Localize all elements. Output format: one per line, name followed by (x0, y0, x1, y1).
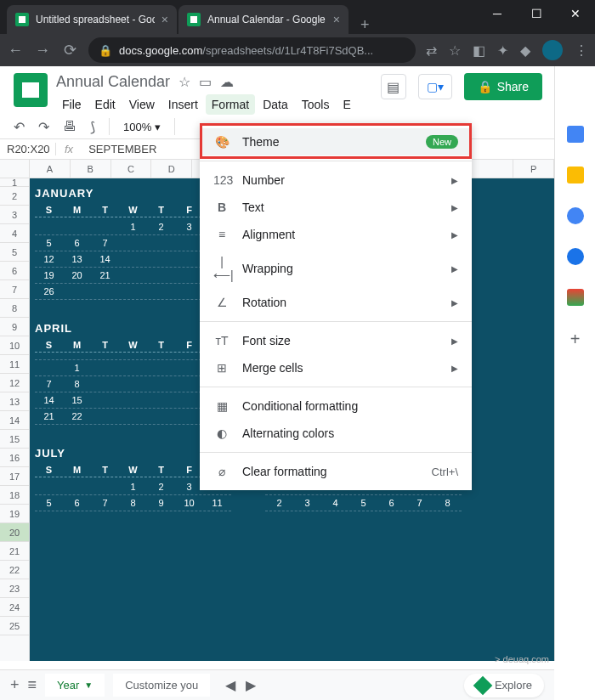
cloud-icon[interactable]: ☁ (220, 74, 234, 90)
print-icon[interactable]: 🖶 (63, 119, 76, 134)
column-header[interactable]: A (30, 160, 71, 178)
column-header[interactable]: D (151, 160, 192, 178)
menu-rotation[interactable]: ∠ Rotation ▶ (200, 289, 472, 316)
column-header[interactable]: C (111, 160, 152, 178)
menu-fontsize[interactable]: тT Font size ▶ (200, 327, 472, 354)
browser-tab-1[interactable]: Annual Calendar - Google S × (178, 5, 348, 34)
row-header[interactable]: 22 (0, 561, 29, 579)
prev-sheet-icon[interactable]: ◀ (225, 677, 235, 693)
sheet-tab-customize[interactable]: Customize you (113, 674, 210, 697)
ext1-icon[interactable]: ◧ (473, 42, 485, 59)
present-button[interactable]: ▢▾ (418, 74, 452, 99)
chevron-right-icon: ▶ (451, 176, 458, 185)
close-icon[interactable]: × (333, 13, 340, 26)
maps-addon-icon[interactable] (567, 289, 584, 306)
maximize-button[interactable]: ☐ (517, 0, 556, 27)
select-all-corner[interactable] (0, 160, 30, 178)
zoom-select[interactable]: 100% ▾ (123, 121, 161, 133)
close-icon[interactable]: × (162, 13, 168, 26)
menu-theme[interactable]: 🎨 Theme New (200, 128, 472, 155)
extensions-icon[interactable]: ✦ (497, 42, 508, 59)
menu-clear[interactable]: ⌀ Clear formatting Ctrl+\ (200, 458, 472, 485)
row-header[interactable]: 21 (0, 542, 29, 561)
comments-button[interactable]: ▤ (381, 74, 406, 99)
row-header[interactable]: 17 (0, 467, 29, 486)
sheet-tab-year[interactable]: Year ▼ (45, 674, 105, 697)
row-header[interactable]: 20 (0, 523, 29, 542)
move-icon[interactable]: ▭ (199, 74, 212, 90)
ext2-icon[interactable]: ◆ (520, 42, 530, 59)
share-button[interactable]: 🔒 Share (464, 73, 542, 100)
cell-reference[interactable]: R20:X20 (0, 143, 56, 155)
menu-edit[interactable]: Edit (89, 94, 122, 115)
url-input[interactable]: 🔒 docs.google.com/spreadsheets/d/1Lr4T8F… (88, 37, 416, 63)
menu-merge[interactable]: ⊞ Merge cells ▶ (200, 354, 472, 381)
column-header[interactable]: B (71, 160, 111, 178)
row-header[interactable]: 11 (0, 355, 29, 374)
profile-avatar[interactable] (542, 40, 563, 60)
menu-alignment[interactable]: ≡ Alignment ▶ (200, 221, 472, 248)
new-tab-button[interactable]: + (350, 16, 380, 34)
row-header[interactable]: 8 (0, 299, 29, 318)
row-header[interactable]: 23 (0, 579, 29, 598)
menu-alternating[interactable]: ◐ Alternating colors (200, 420, 472, 447)
row-header[interactable]: 10 (0, 336, 29, 355)
row-header[interactable]: 2 (0, 187, 29, 206)
reload-icon[interactable]: ⟳ (61, 41, 78, 59)
menu-wrapping[interactable]: |⟵| Wrapping ▶ (200, 248, 472, 289)
all-sheets-button[interactable]: ≡ (28, 676, 37, 694)
menu-view[interactable]: View (123, 94, 161, 115)
row-header[interactable]: 24 (0, 598, 29, 617)
add-addon-icon[interactable]: + (570, 330, 581, 349)
forward-icon[interactable]: → (34, 42, 51, 59)
row-header[interactable]: 9 (0, 318, 29, 336)
menu-conditional[interactable]: ▦ Conditional formatting (200, 392, 472, 420)
next-sheet-icon[interactable]: ▶ (246, 677, 256, 693)
menu-number[interactable]: 123 Number ▶ (200, 167, 472, 194)
separator (200, 321, 472, 322)
menu-tools[interactable]: Tools (296, 94, 336, 115)
translate-icon[interactable]: ⇄ (426, 42, 437, 59)
row-header[interactable]: 13 (0, 392, 29, 411)
tasks-addon-icon[interactable] (567, 207, 584, 224)
formula-value[interactable]: SEPTEMBER (82, 143, 163, 155)
row-header[interactable]: 4 (0, 224, 29, 243)
column-header[interactable]: P (513, 160, 554, 178)
row-header[interactable]: 14 (0, 411, 29, 430)
contacts-addon-icon[interactable] (567, 248, 584, 265)
menu-icon[interactable]: ⋮ (575, 42, 588, 59)
keep-addon-icon[interactable] (567, 167, 584, 183)
row-header[interactable]: 6 (0, 262, 29, 280)
calendar-addon-icon[interactable] (567, 126, 584, 143)
star-icon[interactable]: ☆ (178, 74, 190, 90)
menu-data[interactable]: Data (257, 94, 294, 115)
redo-icon[interactable]: ↷ (38, 119, 49, 135)
document-title[interactable]: Annual Calendar (56, 73, 170, 91)
undo-icon[interactable]: ↶ (14, 119, 25, 135)
browser-tab-0[interactable]: Untitled spreadsheet - Goog × (7, 5, 177, 34)
add-sheet-button[interactable]: + (10, 676, 20, 694)
row-header[interactable]: 15 (0, 430, 29, 449)
row-header[interactable]: 16 (0, 449, 29, 467)
row-header[interactable]: 18 (0, 486, 29, 505)
menu-text[interactable]: B Text ▶ (200, 194, 472, 221)
row-header[interactable]: 12 (0, 374, 29, 392)
star-icon[interactable]: ☆ (449, 42, 461, 59)
sheets-logo-icon[interactable] (14, 73, 48, 107)
row-header[interactable]: 7 (0, 280, 29, 299)
separator (200, 452, 472, 453)
paint-format-icon[interactable]: ⟆ (90, 119, 95, 135)
menu-format[interactable]: Format (206, 94, 255, 115)
row-header[interactable]: 19 (0, 505, 29, 523)
close-button[interactable]: ✕ (556, 0, 595, 27)
row-header[interactable]: 25 (0, 617, 29, 635)
row-header[interactable]: 1 (0, 178, 29, 187)
explore-button[interactable]: Explore (464, 674, 544, 697)
menu-extensions[interactable]: E (337, 94, 356, 115)
menu-file[interactable]: File (56, 94, 88, 115)
row-header[interactable]: 3 (0, 206, 29, 224)
menu-insert[interactable]: Insert (162, 94, 204, 115)
back-icon[interactable]: ← (7, 42, 24, 59)
minimize-button[interactable]: ─ (478, 0, 517, 27)
row-header[interactable]: 5 (0, 243, 29, 262)
